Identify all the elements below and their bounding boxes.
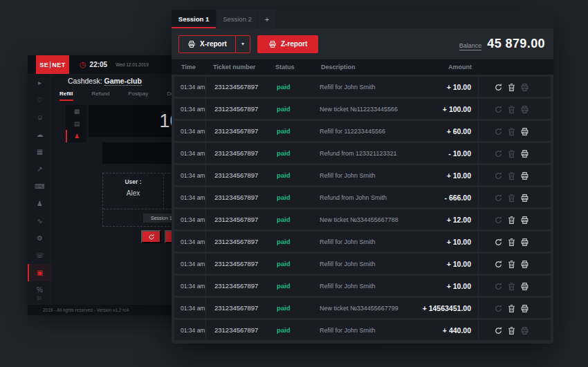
trash-icon[interactable] (507, 259, 516, 268)
refresh-icon[interactable] (494, 82, 503, 91)
table-row: 01:34 am 231234567897 paid Refill for Jo… (174, 232, 551, 252)
row-status: paid (268, 99, 314, 119)
refresh-icon[interactable] (494, 171, 503, 180)
trash-icon[interactable] (507, 326, 516, 335)
row-amount: + 10.00 (415, 165, 479, 185)
trash-icon[interactable] (507, 215, 516, 224)
flag-icon[interactable]: ⚐ (28, 295, 50, 302)
print-icon[interactable] (520, 281, 529, 290)
row-description: New ticket №334455667788 (314, 209, 415, 229)
row-description: Refill for John Smith (314, 165, 415, 185)
row-amount: - 10.00 (415, 143, 479, 163)
column-description: Description (314, 64, 415, 70)
id-card-icon[interactable]: ▤ (66, 117, 86, 130)
trash-icon[interactable] (507, 281, 516, 290)
row-actions (479, 276, 551, 296)
row-actions (479, 143, 551, 163)
print-icon[interactable] (520, 237, 529, 246)
clock-icon: ◷ (80, 61, 86, 68)
user-icon[interactable]: ♟ (28, 195, 50, 212)
stats-icon[interactable]: ∿ (28, 212, 50, 229)
refresh-icon[interactable] (494, 303, 503, 312)
settings-icon[interactable]: ⚙ (28, 229, 50, 247)
row-status: paid (268, 77, 314, 97)
refresh-icon[interactable] (494, 193, 503, 202)
keypad-icon[interactable]: ▦ (66, 105, 86, 117)
cashdesk-tab-refill[interactable]: Refill (59, 91, 73, 101)
share-icon[interactable]: ↗ (28, 160, 50, 178)
print-icon[interactable] (520, 149, 529, 158)
column-ticket-number: Ticket number (206, 64, 268, 70)
row-time: 01:34 am (174, 232, 206, 252)
trash-icon[interactable] (507, 149, 516, 158)
balance-label[interactable]: Balance (459, 42, 482, 50)
add-session-tab[interactable]: + (259, 10, 275, 28)
row-ticket-number: 231234567897 (206, 232, 268, 252)
heart-icon[interactable]: ♡ (28, 91, 50, 109)
trash-icon[interactable] (507, 104, 516, 113)
row-actions (479, 99, 551, 119)
sidebar-icon-list: ▸♡☺☁▦↗⌨♟∿⚙☏▣% (28, 74, 50, 299)
phone-icon[interactable]: ☏ (28, 247, 50, 264)
cashdesk-tab-postpay[interactable]: Postpay (128, 91, 148, 101)
z-report-button[interactable]: Z-report (257, 35, 318, 53)
trash-icon[interactable] (507, 303, 516, 312)
table-row: 01:34 am 231234567897 paid Refill for Jo… (174, 276, 551, 296)
print-icon[interactable] (520, 326, 529, 335)
trash-icon[interactable] (507, 126, 516, 135)
x-report-button[interactable]: X-report (179, 36, 235, 53)
tab-session-2[interactable]: Session 2 (218, 10, 257, 28)
play-icon[interactable]: ▸ (28, 74, 50, 91)
row-description: Refill for John Smith (314, 77, 415, 97)
print-icon[interactable] (520, 171, 529, 180)
table-row: 01:34 am 231234567897 paid Refill for Jo… (174, 77, 551, 97)
print-icon[interactable] (520, 193, 529, 202)
senet-logo: SENET (36, 55, 69, 74)
table-row: 01:34 am 231234567897 paid Refill for 11… (174, 121, 551, 141)
print-icon[interactable] (520, 215, 529, 224)
trash-icon[interactable] (507, 171, 516, 180)
print-icon[interactable] (520, 259, 529, 268)
print-icon[interactable] (520, 303, 529, 312)
table-row: 01:34 am 231234567897 paid Refill for Jo… (174, 320, 551, 340)
row-ticket-number: 231234567897 (206, 298, 268, 318)
refresh-button[interactable] (141, 230, 161, 243)
table-row: 01:34 am 231234567897 paid New ticket №3… (174, 298, 551, 318)
logo-divider (50, 62, 50, 68)
refresh-icon[interactable] (494, 259, 503, 268)
date-label: Wed 12.01.2019 (116, 62, 149, 67)
card-icon[interactable]: ▦ (28, 143, 50, 160)
terminal-icon[interactable]: ⌨ (28, 178, 50, 195)
cashdesk-tab-refund[interactable]: Refund (92, 91, 110, 101)
trash-icon[interactable] (507, 82, 516, 91)
cashier-icon[interactable]: ♟ (66, 130, 86, 142)
refresh-icon[interactable] (494, 326, 503, 335)
users-icon[interactable]: ☺ (28, 109, 50, 126)
print-icon[interactable] (520, 104, 529, 113)
x-report-dropdown[interactable]: ▾ (235, 36, 250, 53)
refresh-icon[interactable] (494, 149, 503, 158)
row-amount: + 10.00 (415, 276, 479, 296)
refresh-icon[interactable] (494, 237, 503, 246)
cashdesk-sidebar: ▸♡☺☁▦↗⌨♟∿⚙☏▣% ⚐ (28, 74, 51, 305)
trash-icon[interactable] (507, 193, 516, 202)
refresh-icon[interactable] (494, 126, 503, 135)
trash-icon[interactable] (507, 237, 516, 246)
row-description: Refill for John Smith (314, 276, 415, 296)
cloud-icon[interactable]: ☁ (28, 126, 50, 143)
logo-text-left: SE (39, 62, 48, 68)
refresh-icon[interactable] (494, 215, 503, 224)
cashdesk-name-link[interactable]: Game-club (104, 77, 142, 86)
x-report-label: X-report (200, 40, 227, 48)
print-icon[interactable] (520, 126, 529, 135)
row-actions (479, 254, 551, 274)
balance-value: 45 879.00 (487, 37, 545, 51)
row-time: 01:34 am (174, 99, 206, 119)
tab-session-1[interactable]: Session 1 (172, 10, 216, 28)
refresh-icon[interactable] (494, 104, 503, 113)
row-description: Refund from 123321123321 (314, 143, 415, 163)
user-panel-left: User : Alex (103, 173, 164, 209)
cashdesk-icon[interactable]: ▣ (28, 264, 50, 281)
refresh-icon[interactable] (494, 281, 503, 290)
print-icon[interactable] (520, 82, 529, 91)
